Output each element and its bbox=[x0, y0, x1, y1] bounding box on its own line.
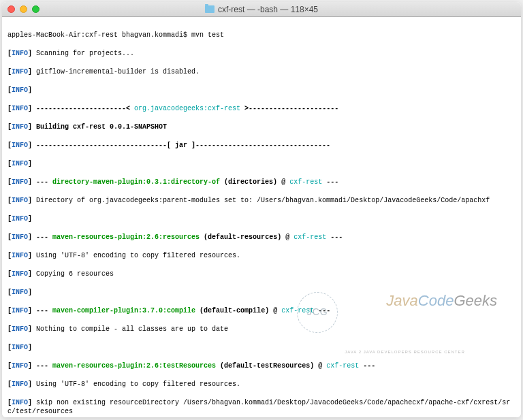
terminal-window: cxf-rest — -bash — 118×45 apples-MacBook… bbox=[2, 2, 521, 417]
maximize-button[interactable] bbox=[32, 5, 39, 13]
folder-icon bbox=[205, 5, 215, 13]
minimize-button[interactable] bbox=[20, 5, 27, 13]
close-button[interactable] bbox=[7, 5, 15, 13]
title-text: cxf-rest — -bash — 118×45 bbox=[218, 5, 318, 14]
watermark-icon: JCG bbox=[297, 292, 338, 333]
titlebar: cxf-rest — -bash — 118×45 bbox=[2, 2, 521, 17]
terminal-content[interactable]: apples-MacBook-Air:cxf-rest bhagvan.komm… bbox=[2, 17, 521, 417]
command: mvn test bbox=[191, 31, 224, 39]
prompt: apples-MacBook-Air:cxf-rest bhagvan.komm… bbox=[7, 31, 191, 39]
watermark-text: JavaCodeGeeks JAVA 2 JAVA DEVELOPERS RES… bbox=[345, 252, 497, 373]
watermark-logo: JCG JavaCodeGeeks JAVA 2 JAVA DEVELOPERS… bbox=[297, 252, 497, 373]
window-title: cxf-rest — -bash — 118×45 bbox=[205, 5, 318, 14]
traffic-lights bbox=[7, 5, 39, 13]
